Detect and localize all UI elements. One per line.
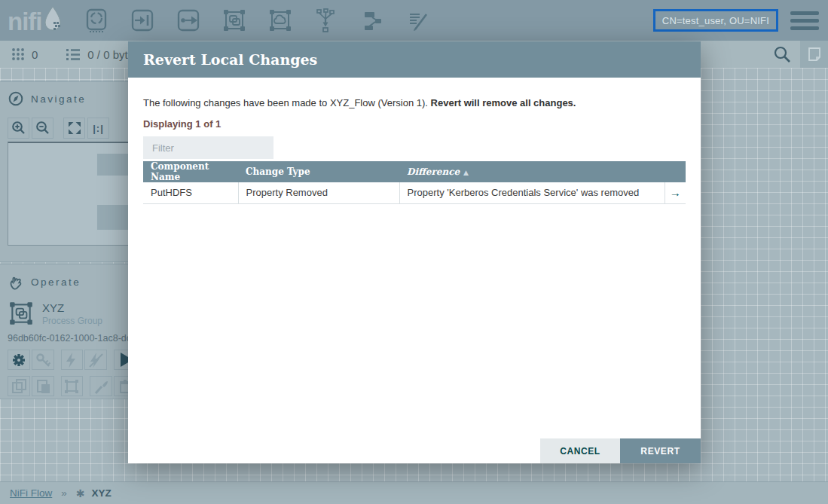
output-port-icon[interactable] — [176, 8, 201, 33]
zoom-in-button[interactable] — [8, 118, 29, 139]
description-text: The following changes have been made to … — [143, 97, 431, 108]
column-header-actions — [665, 161, 686, 182]
global-menu-icon[interactable] — [790, 11, 819, 30]
bulletin-note-icon[interactable] — [800, 41, 828, 68]
operate-buttons-row1 — [8, 350, 136, 370]
one-to-one-label: |:| — [93, 123, 104, 134]
cell-change-type: Property Removed — [238, 182, 399, 203]
breadcrumb: NiFi Flow » ✱ XYZ — [0, 481, 828, 504]
revert-local-changes-dialog: Revert Local Changes The following chang… — [128, 41, 701, 463]
cell-difference: Property 'Kerberos Credentials Service' … — [399, 182, 665, 203]
processor-icon[interactable] — [84, 8, 109, 33]
nifi-logo-text: nifi — [8, 8, 41, 35]
zoom-out-button[interactable] — [32, 118, 53, 139]
hand-icon — [8, 273, 24, 291]
navigate-controls: |:| — [8, 118, 136, 139]
input-port-icon[interactable] — [130, 8, 155, 33]
selected-group-type: Process Group — [42, 316, 102, 326]
label-icon[interactable] — [405, 8, 431, 33]
compass-icon — [8, 90, 24, 107]
process-group-icon[interactable] — [222, 8, 247, 33]
revert-button[interactable]: REVERT — [620, 438, 701, 463]
search-icon[interactable] — [772, 44, 792, 64]
breadcrumb-root-link[interactable]: NiFi Flow — [10, 487, 52, 499]
droplet-icon — [41, 5, 64, 35]
breadcrumb-separator: » — [61, 487, 67, 499]
cell-component-name: PutHDFS — [143, 182, 238, 203]
cancel-button[interactable]: CANCEL — [540, 438, 620, 463]
component-toolbar — [84, 8, 431, 33]
operate-header: Operate — [0, 264, 136, 291]
grid-icon — [11, 47, 26, 62]
disable-button[interactable] — [84, 350, 107, 370]
operate-title: Operate — [31, 276, 81, 288]
local-changes-table: Component Name Change Type Difference▲ P… — [143, 161, 686, 204]
column-header-change-type[interactable]: Change Type — [238, 161, 399, 182]
operate-buttons-row2 — [8, 376, 136, 396]
go-to-component-icon[interactable]: → — [670, 186, 681, 199]
remote-process-group-icon[interactable] — [267, 8, 293, 33]
group-button[interactable] — [61, 376, 84, 396]
paste-button[interactable] — [32, 376, 54, 396]
navigate-title: Navigate — [31, 93, 86, 105]
displaying-count: Displaying 1 of 1 — [143, 118, 686, 130]
funnel-icon[interactable] — [313, 8, 339, 33]
dialog-title: Revert Local Changes — [128, 41, 701, 78]
processor-count: 0 — [32, 48, 38, 61]
selected-group-id: 96db60fc-0162-1000-1ac8-dc9 — [8, 333, 134, 344]
nifi-app: nifi — [0, 0, 828, 504]
dialog-description: The following changes have been made to … — [143, 97, 686, 108]
version-modified-icon: ✱ — [76, 487, 85, 499]
enable-button[interactable] — [61, 350, 84, 370]
breadcrumb-current: XYZ — [92, 487, 112, 499]
navigate-header: Navigate — [0, 82, 136, 107]
selected-component: XYZ Process Group — [8, 300, 136, 327]
list-icon — [65, 46, 81, 63]
process-group-icon — [8, 300, 35, 327]
description-warning: Revert will remove all changes. — [431, 97, 576, 108]
zoom-fit-button[interactable] — [63, 118, 85, 139]
birdseye-minimap[interactable] — [8, 142, 136, 246]
selected-group-name: XYZ — [42, 301, 102, 314]
access-policies-button[interactable] — [32, 350, 54, 370]
template-icon[interactable] — [359, 8, 385, 33]
current-user-badge[interactable]: CN=test_user, OU=NIFI — [653, 9, 778, 32]
header-right: CN=test_user, OU=NIFI — [653, 0, 828, 41]
filter-input[interactable] — [143, 136, 273, 159]
table-row: PutHDFS Property Removed Property 'Kerbe… — [143, 182, 686, 203]
column-header-component-name[interactable]: Component Name — [143, 161, 238, 182]
operate-panel: Operate XYZ Process Group 96db60fc-0162-… — [0, 264, 136, 399]
navigate-panel: Navigate |:| — [0, 81, 136, 262]
app-header: nifi — [0, 0, 828, 41]
configure-button[interactable] — [8, 350, 30, 370]
copy-button[interactable] — [8, 376, 30, 396]
dialog-footer: CANCEL REVERT — [540, 438, 701, 463]
fill-color-button[interactable] — [90, 376, 112, 396]
processor-stat: 0 — [11, 47, 38, 62]
nifi-logo: nifi — [8, 5, 64, 35]
sort-ascending-icon: ▲ — [463, 169, 469, 176]
column-header-difference[interactable]: Difference▲ — [399, 161, 665, 182]
zoom-actual-button[interactable]: |:| — [87, 118, 109, 139]
